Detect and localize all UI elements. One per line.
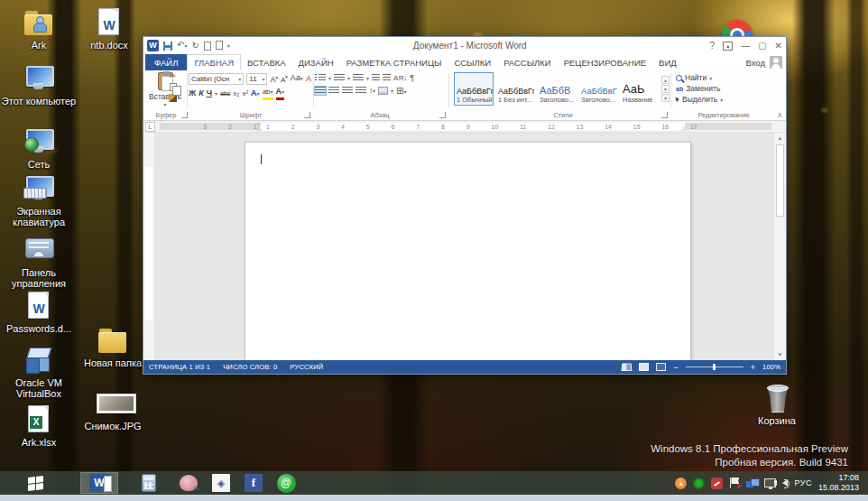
cut-button[interactable]: ✂: [170, 72, 177, 80]
italic-button[interactable]: К: [199, 88, 204, 98]
tray-red-app-icon[interactable]: [711, 478, 723, 489]
collapse-ribbon-button[interactable]: ∧: [777, 111, 782, 119]
sort-button[interactable]: АЯ↓: [393, 74, 407, 82]
multilevel-list-button[interactable]: [353, 74, 364, 82]
text-effects-button[interactable]: А▾: [251, 88, 260, 99]
grow-font-button[interactable]: А▴: [270, 72, 278, 85]
style-no-spacing[interactable]: АаБбВвГг, 1 Без инт...: [495, 72, 535, 106]
style-title[interactable]: АаЬ Название: [620, 72, 660, 106]
taskbar-pink-app-button[interactable]: [177, 473, 200, 493]
tray-display-app-icon[interactable]: [746, 478, 758, 488]
print-preview-button[interactable]: [216, 41, 223, 51]
new-document-button[interactable]: [204, 42, 211, 51]
desktop-icon-virtualbox[interactable]: Oracle VM VirtualBox: [0, 345, 78, 399]
title-bar[interactable]: ↶▾ ↻ ▾ Документ1 - Microsoft Word ? ▴ — …: [143, 37, 786, 54]
minimize-button[interactable]: —: [741, 41, 750, 51]
replace-button[interactable]: abЗаменить: [676, 84, 723, 93]
show-hidden-icons-button[interactable]: ▲: [675, 478, 687, 489]
borders-button[interactable]: ⊞▾: [396, 86, 406, 96]
start-button[interactable]: [20, 473, 51, 493]
help-button[interactable]: ?: [710, 41, 716, 51]
left-indent-marker[interactable]: △: [257, 125, 262, 131]
font-size-combobox[interactable]: 11▾: [246, 73, 267, 85]
taskbar-diamond-app-button[interactable]: ◈: [209, 473, 233, 493]
scroll-down-arrow[interactable]: ▾: [779, 349, 782, 360]
page-indicator[interactable]: СТРАНИЦА 1 ИЗ 1: [149, 363, 210, 371]
tab-file[interactable]: ФАЙЛ: [145, 54, 187, 70]
style-heading2[interactable]: АаБбВвГ Заголово...: [578, 72, 618, 106]
styles-dialog-launcher[interactable]: [661, 112, 668, 118]
tab-references[interactable]: ССЫЛКИ: [448, 54, 497, 70]
desktop-icon-ark[interactable]: Ark: [0, 7, 78, 51]
highlight-color-button[interactable]: ab▾: [263, 87, 273, 100]
styles-down-button[interactable]: ▾: [661, 85, 669, 93]
tab-mailings[interactable]: РАССЫЛКИ: [497, 54, 558, 70]
subscript-button[interactable]: x₂: [233, 88, 239, 98]
strikethrough-button[interactable]: abc: [220, 88, 230, 98]
decrease-indent-button[interactable]: [372, 74, 380, 82]
clear-formatting-button[interactable]: А: [306, 74, 311, 84]
document-page[interactable]: [245, 142, 691, 360]
show-marks-button[interactable]: ¶: [410, 73, 414, 82]
justify-button[interactable]: [356, 87, 366, 95]
word-count[interactable]: ЧИСЛО СЛОВ: 0: [223, 363, 277, 371]
paragraph-dialog-launcher[interactable]: [439, 112, 446, 118]
right-indent-marker[interactable]: △: [681, 125, 686, 131]
bullets-button[interactable]: [315, 74, 326, 82]
tab-stop-selector[interactable]: L: [145, 122, 155, 132]
superscript-button[interactable]: x²: [242, 88, 248, 98]
numbering-button[interactable]: [334, 74, 345, 82]
input-language-indicator[interactable]: РУС: [794, 478, 812, 487]
desktop-icon-new-folder[interactable]: Новая папка: [74, 325, 152, 368]
close-button[interactable]: ✕: [775, 41, 782, 51]
zoom-slider-thumb[interactable]: [713, 364, 716, 370]
taskbar-mailru-button[interactable]: @: [274, 473, 298, 493]
desktop-icon-snapshot-jpg[interactable]: Снимок.JPG: [74, 388, 152, 431]
taskbar-facebook-button[interactable]: f: [242, 473, 265, 493]
zoom-slider[interactable]: [686, 366, 743, 367]
clipboard-dialog-launcher[interactable]: [181, 112, 188, 118]
font-dialog-launcher[interactable]: [304, 112, 310, 118]
web-layout-button[interactable]: [656, 363, 666, 371]
action-center-icon[interactable]: ✕: [729, 478, 740, 488]
zoom-level[interactable]: 100%: [762, 363, 780, 371]
align-center-button[interactable]: [328, 87, 339, 95]
select-button[interactable]: Выделить▾: [676, 95, 723, 104]
taskbar-calculator-button[interactable]: [137, 473, 161, 493]
desktop-icon-recycle-bin[interactable]: Корзина: [738, 383, 816, 426]
find-button[interactable]: Найти▾: [676, 73, 723, 82]
align-left-button[interactable]: [315, 87, 326, 95]
align-right-button[interactable]: [342, 87, 353, 95]
print-layout-button[interactable]: [639, 363, 649, 371]
copy-button[interactable]: [170, 83, 177, 91]
tab-view[interactable]: ВИД: [652, 54, 683, 70]
shading-button[interactable]: [378, 87, 388, 95]
vertical-ruler[interactable]: [143, 133, 155, 360]
styles-up-button[interactable]: ▴: [661, 76, 669, 84]
desktop-icon-onscreen-keyboard[interactable]: Экранная клавиатура: [0, 173, 78, 227]
ribbon-display-options-button[interactable]: ▴: [723, 42, 733, 51]
shrink-font-button[interactable]: А▾: [281, 72, 288, 85]
redo-button[interactable]: ↻: [191, 42, 199, 51]
taskbar-word-button[interactable]: W: [81, 473, 117, 493]
tab-home[interactable]: ГЛАВНАЯ: [187, 54, 241, 70]
desktop-icon-this-pc[interactable]: Этот компьютер: [0, 63, 78, 107]
clock[interactable]: 17:08 15.08.2013: [818, 473, 859, 493]
tab-design[interactable]: ДИЗАЙН: [292, 54, 340, 70]
style-normal[interactable]: АаБбВвГг, 1 Обычный: [454, 72, 494, 106]
desktop-icon-passwords[interactable]: W Passwords.d...: [0, 291, 78, 334]
horizontal-ruler[interactable]: L 321 1234567891011121314151617 ▽ △ △: [143, 121, 786, 133]
desktop-icon-ntb-docx[interactable]: W ntb.docx: [70, 7, 148, 51]
volume-icon[interactable]: [782, 479, 788, 487]
read-mode-button[interactable]: [622, 364, 633, 372]
vertical-scrollbar[interactable]: ▴ ▾: [773, 133, 786, 360]
sign-in[interactable]: Вход: [746, 56, 783, 69]
bold-button[interactable]: Ж: [189, 88, 196, 98]
tab-page-layout[interactable]: РАЗМЕТКА СТРАНИЦЫ: [340, 54, 448, 70]
undo-button[interactable]: ↶▾: [177, 41, 187, 51]
language-indicator[interactable]: РУССКИЙ: [290, 363, 323, 371]
scroll-up-arrow[interactable]: ▴: [779, 133, 782, 144]
maximize-button[interactable]: ▢: [758, 41, 766, 51]
font-color-button[interactable]: А▾: [276, 87, 285, 100]
desktop-icon-ark-xlsx[interactable]: X Ark.xlsx: [0, 404, 78, 448]
